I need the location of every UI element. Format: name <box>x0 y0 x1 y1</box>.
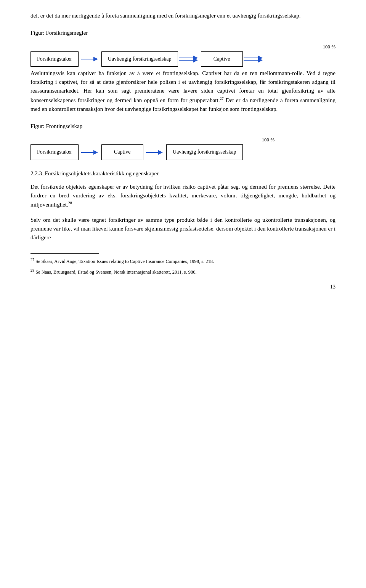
footnote27-number: 27 <box>30 258 34 262</box>
figure1-arrow1 <box>79 55 101 63</box>
figure1-box2: Uavhengig forsikringsselskap <box>101 51 178 67</box>
figure2-box1: Forsikringstaker <box>30 144 79 160</box>
figure1-diagram: 100 % Forsikringstaker Uavhengig forsikr… <box>30 43 336 67</box>
figure2-flow: Forsikringstaker Captive <box>30 144 336 160</box>
para3-text: Det forsikrede objektets egenskaper er a… <box>30 184 336 208</box>
intro-paragraph: del, er det da mer nærliggende å foreta … <box>30 11 336 20</box>
page-number: 13 <box>30 283 336 291</box>
figure2-box2: Captive <box>101 144 143 160</box>
figure1-box1: Forsikringstaker <box>30 51 79 67</box>
figure1-flow: Forsikringstaker Uavhengig forsikringsse… <box>30 51 336 67</box>
figure2-arrow1 <box>79 148 101 157</box>
section-heading: 2.2.3 Forsikringsobjektets karakteristik… <box>30 169 336 178</box>
section-title: Forsikringsobjektets karakteristikk og e… <box>45 170 159 176</box>
figure1-arrow3 <box>243 55 266 63</box>
section-number: 2.2.3 <box>30 170 42 176</box>
figure1-label: Figur: Forsikringsmegler <box>30 29 336 37</box>
footnote-divider <box>30 253 99 254</box>
footnote28-ref: 28 <box>68 201 72 205</box>
paragraph4: Selv om det skulle være tegnet forsikrin… <box>30 216 336 242</box>
figure2-arrow2 <box>143 148 166 157</box>
paragraph3: Det forsikrede objektets egenskaper er a… <box>30 183 336 210</box>
figure1-arrow2 <box>178 55 201 63</box>
figure2-box3: Uavhengig forsikringsselskap <box>166 144 243 160</box>
footnote28-text: Se Naas, Bruusgaard, Ilstad og Svensen, … <box>35 269 196 275</box>
figure2-diagram: 100 % Forsikringstaker Captive <box>30 136 336 160</box>
footnote27-text: Se Skaar, Arvid Aage, Taxation Issues re… <box>35 259 214 264</box>
figure2-percent: 100 % <box>262 136 274 144</box>
figure1-percent: 100 % <box>323 43 336 51</box>
footnote27: 27 Se Skaar, Arvid Aage, Taxation Issues… <box>30 257 336 266</box>
figure1-box3: Captive <box>201 51 243 67</box>
footnote27-ref: 27 <box>220 96 223 101</box>
paragraph1: Avslutningsvis kan captivet ha funksjon … <box>30 69 336 114</box>
figure2-label: Figur: Frontingselskap <box>30 122 336 131</box>
footnote28-number: 28 <box>30 268 34 272</box>
footnote28: 28 Se Naas, Bruusgaard, Ilstad og Svense… <box>30 268 336 276</box>
